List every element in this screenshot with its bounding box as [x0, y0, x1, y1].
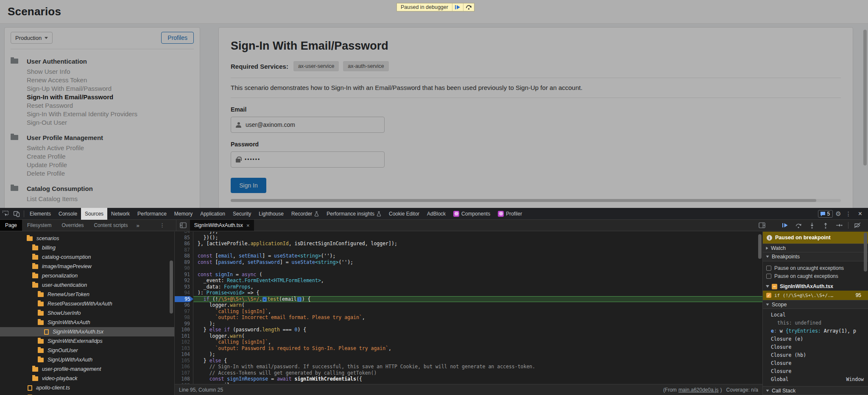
step-over-icon[interactable]	[463, 3, 474, 11]
line-number[interactable]: 96	[175, 302, 193, 308]
tree-item[interactable]: RenewUserToken	[0, 290, 174, 299]
step-over-icon[interactable]	[792, 220, 805, 230]
line-number[interactable]: 86	[175, 241, 193, 247]
watch-section-header[interactable]: Watch	[763, 244, 868, 252]
tree-item[interactable]	[0, 392, 174, 395]
close-icon[interactable]: ×	[856, 210, 865, 218]
devtools-tab[interactable]: Sources	[81, 208, 107, 220]
line-number[interactable]: 101	[175, 333, 193, 339]
scope-section-header[interactable]: Scope	[763, 300, 868, 309]
devtools-tab[interactable]: Components	[449, 208, 494, 220]
tree-item[interactable]: ResetPasswordWithAxAuth	[0, 299, 174, 308]
line-number[interactable]: 102	[175, 339, 193, 345]
line-number[interactable]: 92	[175, 277, 193, 284]
code-text[interactable]: );	[193, 351, 762, 358]
line-number[interactable]: 94	[175, 290, 193, 296]
scope-row[interactable]: Closure	[763, 367, 868, 375]
line-number[interactable]: 89	[175, 259, 193, 266]
devtools-tab[interactable]: Cookie Editor	[385, 208, 423, 220]
sidebar-scrollbar[interactable]	[864, 233, 867, 272]
line-number[interactable]: 97	[175, 308, 193, 315]
code-text[interactable]: }, [activeProfile.applicationId, isDirec…	[193, 241, 762, 247]
resume-script-execution-icon[interactable]	[779, 220, 791, 230]
step-out-icon[interactable]	[819, 220, 832, 230]
code-text[interactable]: // Sign-In with email/password. If succe…	[193, 364, 762, 370]
tree-item[interactable]: apollo-client.ts	[0, 383, 174, 392]
code-text[interactable]: const signIn = async (	[193, 272, 762, 278]
line-number[interactable]: 95	[175, 296, 193, 303]
devtools-tab[interactable]: AdBlock	[423, 208, 449, 220]
line-number[interactable]: 85	[175, 235, 193, 241]
code-text[interactable]: if (!/\S+@\S+\.\S+/.▸test(email)) {	[193, 296, 762, 303]
line-number[interactable]: 106	[175, 364, 193, 370]
scope-row[interactable]: Global Window	[763, 375, 868, 383]
tree-item[interactable]: user-authentication	[0, 280, 174, 290]
breakpoint-checkbox[interactable]: ✓	[766, 293, 771, 298]
devtools-tab[interactable]: Profiler	[494, 208, 526, 220]
code-text[interactable]: `calling [signIn]`,	[193, 339, 762, 345]
tree-item[interactable]: ShowUserInfo	[0, 308, 174, 318]
code-text[interactable]	[193, 265, 762, 272]
code-text[interactable]	[193, 247, 762, 253]
breakpoint-entry[interactable]: ✓ if (!/\S+@\S+\.\S+/.… 95	[763, 291, 868, 300]
pause-caught-checkbox[interactable]	[766, 274, 771, 279]
line-number[interactable]: 105	[175, 358, 193, 364]
line-number[interactable]: 98	[175, 314, 193, 321]
code-text[interactable]: } else if (password.length === 0) {	[193, 327, 762, 333]
tree-item[interactable]: SignOutUser	[0, 346, 174, 355]
code-text[interactable]: );	[193, 321, 762, 327]
inspect-element-icon[interactable]	[0, 209, 11, 219]
scope-row[interactable]: Closure (hb)	[763, 351, 868, 359]
code-text[interactable]: _data: FormProps,	[193, 284, 762, 290]
line-number[interactable]: 99	[175, 321, 193, 327]
tree-item[interactable]: personalization	[0, 271, 174, 280]
devtools-tab[interactable]: Performance	[134, 208, 170, 220]
tree-item[interactable]: SignUpWithAxAuth	[0, 355, 174, 364]
gear-icon[interactable]: ⚙	[835, 210, 841, 218]
editor-scrollbar[interactable]	[758, 234, 762, 259]
scope-row[interactable]: Closure (e)	[763, 335, 868, 343]
tree-item[interactable]: image/ImagePreview	[0, 262, 174, 271]
line-number[interactable]: 103	[175, 345, 193, 352]
code-text[interactable]: logger.warn(	[193, 302, 762, 308]
code-text[interactable]: // Access-Tokens will get generated by c…	[193, 370, 762, 376]
tree-item[interactable]: user-profile-management	[0, 364, 174, 374]
line-number[interactable]: 88	[175, 253, 193, 259]
line-number[interactable]: 100	[175, 327, 193, 333]
navigator-tab[interactable]: Page	[0, 220, 22, 231]
line-number[interactable]: 108	[175, 376, 193, 382]
devtools-tab[interactable]: Application	[196, 208, 229, 220]
devtools-tab[interactable]: Elements	[26, 208, 55, 220]
devtools-tab[interactable]: Recorder	[287, 208, 323, 220]
tree-item[interactable]: SignInWithAxAuth	[0, 318, 174, 327]
code-text[interactable]: })();	[193, 235, 762, 241]
scope-row[interactable]: this: undefined	[763, 319, 868, 327]
code-text[interactable]: `output: Incorrect email format. Please …	[193, 314, 762, 321]
devtools-tab[interactable]: Performance insights	[323, 208, 385, 220]
step-icon[interactable]	[833, 220, 846, 230]
breakpoint-file-row[interactable]: ‹› SignInWithAxAuth.tsx	[763, 282, 868, 291]
line-number[interactable]: 107	[175, 370, 193, 376]
tree-item[interactable]: catalog-consumption	[0, 252, 174, 262]
editor-tab[interactable]: SignInWithAxAuth.tsx ×	[190, 220, 254, 231]
code-text[interactable]: const signInResponse = await signInWithC…	[193, 376, 762, 382]
line-number[interactable]: 91	[175, 272, 193, 278]
devtools-tab[interactable]: Security	[229, 208, 255, 220]
deactivate-breakpoints-icon[interactable]	[851, 220, 864, 230]
tree-scrollbar[interactable]	[170, 261, 173, 314]
code-text[interactable]: `calling [signIn]`,	[193, 308, 762, 315]
issues-counter[interactable]: 5	[818, 210, 833, 218]
line-number[interactable]: 87	[175, 247, 193, 253]
tree-item[interactable]: scenarios	[0, 234, 174, 243]
more-options-icon[interactable]: ⋮	[844, 210, 853, 217]
device-toolbar-icon[interactable]	[11, 209, 22, 219]
code-text[interactable]: } else {	[193, 358, 762, 364]
code-text[interactable]: const [password, setPassword] = useState…	[193, 259, 762, 266]
tree-item[interactable]: SignInWithAxAuth.tsx	[0, 327, 174, 336]
navigator-tab[interactable]: Content scripts	[89, 220, 133, 231]
navigator-menu-icon[interactable]: ⋮	[143, 220, 176, 231]
devtools-tab[interactable]: Memory	[170, 208, 196, 220]
scope-row[interactable]: Closure	[763, 359, 868, 367]
line-number[interactable]: 93	[175, 284, 193, 290]
code-text[interactable]: _event: React.FormEvent<HTMLFormElement>…	[193, 277, 762, 284]
